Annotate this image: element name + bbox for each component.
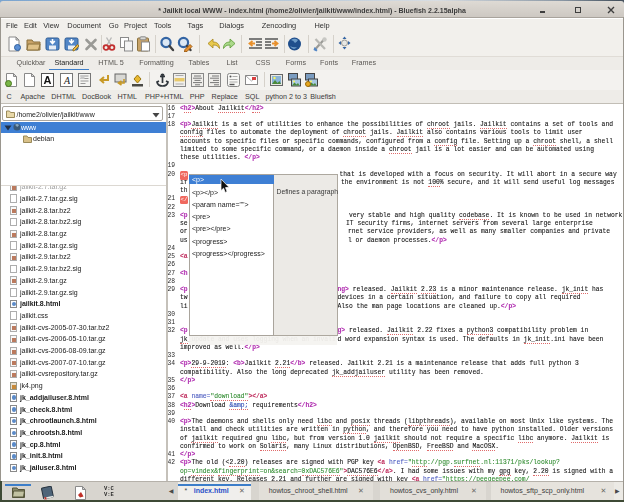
svg-text:A: A [62,75,70,86]
svg-text:A: A [44,74,52,86]
